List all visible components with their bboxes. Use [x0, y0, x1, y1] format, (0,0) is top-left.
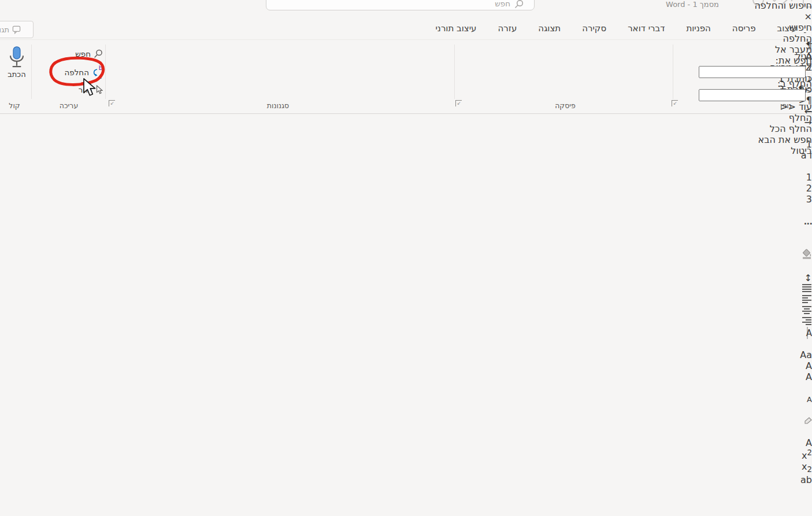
ribbon: הכתב קול חפש b c החלפה	[0, 39, 812, 114]
highlight-dropdown[interactable]	[805, 404, 812, 415]
chevron-down-icon	[809, 71, 812, 75]
subscript-icon: x2	[802, 461, 812, 472]
sub-base: x	[802, 461, 807, 472]
change-case-button[interactable]: Aa	[797, 349, 812, 360]
shading-dropdown[interactable]	[805, 238, 812, 249]
shrink-font-icon: A	[806, 360, 812, 371]
find-what-dropdown[interactable]	[809, 66, 812, 77]
line-spacing-dropdown[interactable]	[805, 261, 812, 272]
chevron-down-icon	[809, 166, 812, 169]
tab-help[interactable]: עזרה	[498, 23, 517, 34]
find-what-combo[interactable]	[699, 66, 812, 78]
chevron-down-icon	[15, 81, 18, 84]
close-icon[interactable]: ×	[699, 11, 812, 22]
tell-me-search-box[interactable]	[266, 0, 535, 10]
paragraph-dialog-launcher[interactable]: ↙	[455, 100, 462, 106]
line-spacing-button[interactable]: ↕	[797, 272, 812, 283]
chevron-down-icon	[809, 344, 812, 347]
chevron-down-icon	[36, 52, 39, 56]
group-divider	[673, 45, 673, 99]
dialog-title: חיפוש והחלפה	[699, 0, 812, 11]
align-left-button[interactable]	[798, 294, 812, 305]
text-effects-dropdown[interactable]	[805, 426, 812, 437]
superscript-button[interactable]: x2	[797, 448, 812, 461]
numbered-list-dropdown[interactable]	[805, 161, 812, 172]
text-effects-icon: A	[806, 437, 812, 448]
font-dialog-launcher[interactable]: ↙	[672, 100, 678, 106]
font-color-letter: A	[807, 395, 812, 404]
shading-button[interactable]	[798, 249, 812, 261]
tab-review[interactable]: סקירה	[582, 23, 606, 34]
strikethrough-icon: ab	[800, 474, 812, 485]
more-button[interactable]: עוד <<	[755, 101, 812, 112]
sup-digit: 2	[807, 448, 812, 457]
dialog-tab-goto[interactable]: מעבר אל	[771, 44, 812, 55]
grow-font-button[interactable]: A	[797, 371, 812, 382]
bullet-list-dropdown[interactable]	[805, 205, 812, 216]
font-color-button[interactable]: A	[797, 393, 812, 404]
highlight-icon	[804, 415, 812, 426]
numbered-markers: 1 2 3	[806, 172, 812, 205]
grow-font-icon: A	[806, 371, 812, 382]
justify-button[interactable]	[798, 283, 812, 294]
dialog-tab-replace[interactable]: החלפה	[771, 33, 812, 44]
voice-group-label: קול	[0, 101, 29, 110]
word-window: { "titlebar": { "document_title": "מסמך …	[0, 0, 812, 516]
borders-dropdown[interactable]	[805, 227, 812, 238]
chevron-down-icon	[809, 243, 812, 246]
chevron-down-icon	[809, 210, 812, 213]
chevron-down-icon	[809, 432, 812, 435]
justify-icon	[802, 284, 812, 292]
find-what-label: חפש את:	[699, 55, 812, 66]
strikethrough-button[interactable]: ab	[797, 474, 812, 485]
align-center-button[interactable]	[798, 305, 812, 316]
paragraph-group-label: פיסקה	[459, 101, 672, 110]
dialog-tab-find[interactable]: חיפוש	[776, 22, 812, 33]
tab-torah-format[interactable]: עיצוב תורני	[436, 23, 477, 34]
search-input[interactable]	[464, 0, 510, 8]
clear-formatting-button[interactable]: A	[798, 327, 812, 338]
shrink-font-button[interactable]: A	[797, 360, 812, 371]
sup-base: x	[802, 450, 807, 461]
change-case-dropdown[interactable]	[805, 338, 812, 349]
find-next-button[interactable]: חפש את הבא	[752, 134, 812, 145]
tab-view[interactable]: תצוגה	[538, 23, 561, 34]
replace-with-dropdown[interactable]	[809, 89, 812, 100]
chevron-down-icon	[809, 94, 812, 98]
chevron-down-icon	[809, 388, 812, 391]
dictate-button[interactable]: הכתב	[2, 46, 31, 84]
change-case-icon: Aa	[800, 349, 812, 360]
align-right-icon	[802, 317, 812, 325]
replace-all-button[interactable]: החלף הכל	[752, 123, 812, 134]
tab-mailings[interactable]: דברי דואר	[628, 23, 665, 34]
align-center-icon	[802, 306, 812, 314]
group-divider	[31, 45, 32, 99]
chevron-down-icon	[802, 366, 805, 369]
search-icon	[514, 0, 524, 9]
sub-digit: 2	[807, 466, 812, 474]
font-color-dropdown[interactable]	[805, 382, 812, 393]
group-divider	[454, 45, 455, 99]
replace-with-input[interactable]	[699, 89, 806, 101]
replace-with-label: החלף ב:	[699, 78, 812, 89]
text-effects-button[interactable]: A	[796, 437, 812, 448]
font-color-icon: A	[807, 393, 812, 404]
bullet-markers: ▪ ▪ ▪	[804, 222, 812, 225]
bullet-list-button[interactable]: ▪ ▪ ▪	[798, 216, 812, 227]
highlight-button[interactable]	[797, 415, 812, 426]
highlighter-pen-icon	[804, 417, 812, 424]
replace-with-combo[interactable]	[699, 89, 812, 101]
subscript-button[interactable]: x2	[797, 461, 812, 474]
align-right-button[interactable]	[798, 316, 812, 327]
clear-format-icon: A	[806, 328, 812, 338]
styles-group-label: סגנונות	[113, 101, 443, 110]
styles-dialog-launcher[interactable]: ↙	[109, 100, 115, 106]
numbered-list-button[interactable]: 1 2 3	[798, 172, 812, 205]
mouse-cursor	[82, 78, 98, 97]
find-replace-dialog: חיפוש והחלפה × חיפוש החלפה מעבר אל חפש א…	[699, 0, 812, 156]
superscript-icon: x2	[802, 450, 812, 461]
replace-button-dialog[interactable]: החלף	[755, 112, 812, 123]
cancel-button[interactable]: ביטול	[756, 145, 812, 156]
align-left-icon	[802, 295, 812, 303]
find-what-input[interactable]	[699, 66, 806, 78]
